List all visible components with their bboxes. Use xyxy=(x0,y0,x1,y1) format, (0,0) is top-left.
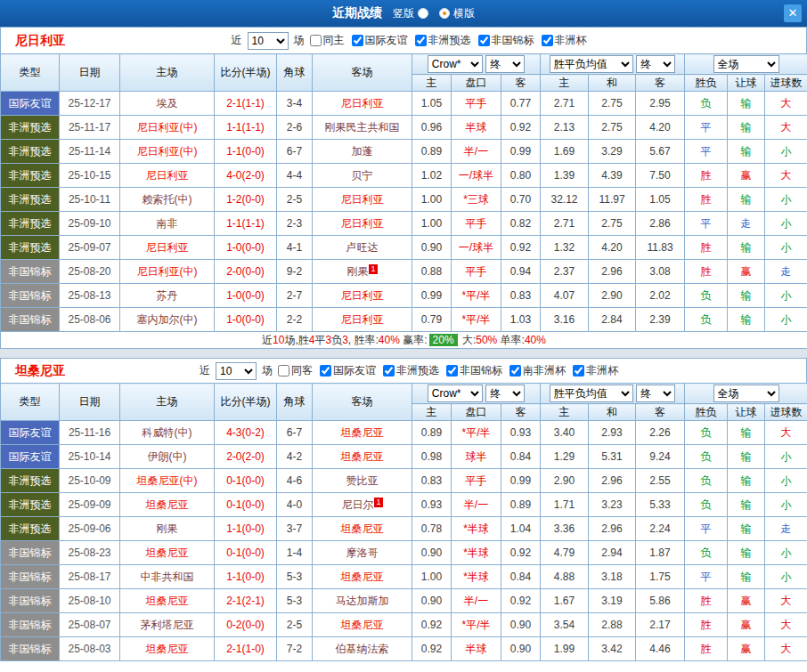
cell-corners: 6-7 xyxy=(277,421,313,445)
cell-odds-away: 0.92 xyxy=(501,236,541,260)
cell-date: 25-08-17 xyxy=(60,565,120,589)
cell-date: 25-10-15 xyxy=(60,164,120,188)
odds-group-header: Crow* 终 xyxy=(412,384,541,404)
col-home: 主场 xyxy=(120,384,215,421)
filter-checkbox[interactable]: 同主 xyxy=(310,33,345,48)
cell-score: 0-2(0-0) xyxy=(215,613,277,637)
checkbox-input[interactable] xyxy=(542,35,553,46)
scope-select[interactable]: 全场 xyxy=(713,55,779,73)
checkbox-input[interactable] xyxy=(478,35,490,46)
cell-avg-away: 2.02 xyxy=(636,284,685,308)
layout-vertical-option[interactable]: 竖版 xyxy=(393,6,428,21)
cell-type: 非国锦标 xyxy=(1,589,60,613)
cell-odds-home: 1.00 xyxy=(412,212,452,236)
match-row: 非国锦标25-08-03坦桑尼亚2-1(1-0)7-2伯基纳法索0.92半球0.… xyxy=(1,637,807,661)
cell-odds-home: 0.92 xyxy=(412,613,452,637)
summary-text: 赢率: xyxy=(400,334,428,346)
cell-handicap-result: 赢 xyxy=(728,260,765,284)
odds-final-select[interactable]: 终 xyxy=(485,55,525,73)
avg-final-select[interactable]: 终 xyxy=(636,385,675,402)
cell-avg-home: 2.71 xyxy=(541,212,589,236)
cell-result: 负 xyxy=(685,493,728,517)
filter-checkbox[interactable]: 非国锦标 xyxy=(446,363,502,378)
horizontal-radio-icon[interactable] xyxy=(439,8,450,19)
checkbox-input[interactable] xyxy=(352,35,363,46)
cell-away-team: 尼日利亚 xyxy=(313,308,412,332)
cell-avg-draw: 2.88 xyxy=(589,613,636,637)
cell-result: 负 xyxy=(685,445,728,469)
cell-corners: 2-6 xyxy=(277,116,313,140)
cell-avg-home: 4.07 xyxy=(541,284,589,308)
col-avg-away: 客 xyxy=(636,75,685,92)
cell-type: 非国锦标 xyxy=(1,565,60,589)
vertical-radio-icon[interactable] xyxy=(418,8,428,19)
cell-handicap: 平手 xyxy=(452,212,501,236)
cell-odds-away: 0.83 xyxy=(501,284,541,308)
odds-final-select[interactable]: 终 xyxy=(485,385,525,402)
layout-horizontal-option[interactable]: 横版 xyxy=(439,6,475,21)
cell-score: 1-1(0-0) xyxy=(215,140,277,164)
filter-checkbox[interactable]: 非洲杯 xyxy=(573,363,618,378)
cell-goals-result: 走 xyxy=(765,260,807,284)
checkbox-input[interactable] xyxy=(415,35,427,46)
avg-select[interactable]: 胜平负均值 xyxy=(550,385,633,402)
col-handicap-result: 让球 xyxy=(728,404,765,421)
filter-checkbox[interactable]: 非洲预选 xyxy=(415,33,471,48)
cell-handicap: 一/球半 xyxy=(452,236,501,260)
bookmaker-select[interactable]: Crow* xyxy=(428,385,483,402)
close-icon[interactable]: ✕ xyxy=(784,4,802,22)
cell-avg-home: 3.36 xyxy=(541,517,589,541)
avg-select[interactable]: 胜平负均值 xyxy=(550,55,633,73)
checkbox-input[interactable] xyxy=(310,35,322,46)
cell-score: 1-0(0-0) xyxy=(215,236,277,260)
cell-type: 非洲预选 xyxy=(1,236,60,260)
cell-handicap: 平手 xyxy=(452,260,501,284)
col-away: 客场 xyxy=(313,384,412,421)
cell-score: 1-1(1-1) xyxy=(215,116,277,140)
checkbox-input[interactable] xyxy=(573,365,584,376)
cell-odds-away: 0.90 xyxy=(501,613,541,637)
filter-checkbox[interactable]: 国际友谊 xyxy=(352,33,408,48)
cell-odds-away: 0.77 xyxy=(501,92,541,116)
bookmaker-select[interactable]: Crow* xyxy=(428,55,483,73)
cell-handicap-result: 赢 xyxy=(728,589,765,613)
filter-checkbox[interactable]: 非洲预选 xyxy=(383,363,439,378)
avg-final-select[interactable]: 终 xyxy=(636,55,675,73)
checkbox-input[interactable] xyxy=(383,365,395,376)
filter-checkbox[interactable]: 同客 xyxy=(278,363,313,378)
filter-checkbox[interactable]: 非国锦标 xyxy=(478,33,534,48)
cell-handicap-result: 输 xyxy=(728,445,765,469)
cell-avg-draw: 5.31 xyxy=(589,445,636,469)
scope-group-header: 全场 xyxy=(685,54,807,75)
filter-checkbox[interactable]: 国际友谊 xyxy=(320,363,376,378)
match-count-select[interactable]: 10 xyxy=(216,362,257,380)
cell-goals-result: 大 xyxy=(765,637,807,661)
summary-text: 10 xyxy=(273,334,284,346)
checkbox-input[interactable] xyxy=(509,365,521,376)
col-score: 比分(半场) xyxy=(215,54,277,92)
cell-corners: 3-4 xyxy=(277,92,313,116)
checkbox-input[interactable] xyxy=(320,365,331,376)
cell-avg-home: 1.29 xyxy=(541,445,589,469)
cell-odds-home: 0.89 xyxy=(412,421,452,445)
match-count-select[interactable]: 10 xyxy=(248,32,289,50)
cell-score: 1-2(0-0) xyxy=(215,188,277,212)
cell-type: 非国锦标 xyxy=(1,260,60,284)
summary-text: 场,胜 xyxy=(284,334,308,346)
cell-result: 平 xyxy=(685,212,728,236)
cell-date: 25-08-06 xyxy=(60,308,120,332)
checkbox-input[interactable] xyxy=(278,365,289,376)
cell-avg-away: 2.39 xyxy=(636,308,685,332)
scope-select[interactable]: 全场 xyxy=(713,385,779,402)
cell-home-team: 坦桑尼亚 xyxy=(120,493,215,517)
cell-odds-away: 0.90 xyxy=(501,637,541,661)
col-odds-away: 客 xyxy=(501,404,541,421)
filter-checkbox[interactable]: 南非洲杯 xyxy=(509,363,566,378)
checkbox-input[interactable] xyxy=(446,365,458,376)
titlebar: 近期战绩 竖版 横版 ✕ xyxy=(0,0,807,27)
filter-checkbox[interactable]: 非洲杯 xyxy=(542,33,587,48)
col-corner: 角球 xyxy=(277,384,313,421)
cell-handicap-result: 输 xyxy=(728,493,765,517)
col-goals-result: 进球数 xyxy=(765,75,807,92)
match-row: 非洲预选25-11-14尼日利亚(中)1-1(0-0)6-7加蓬0.89半/一0… xyxy=(1,140,807,164)
